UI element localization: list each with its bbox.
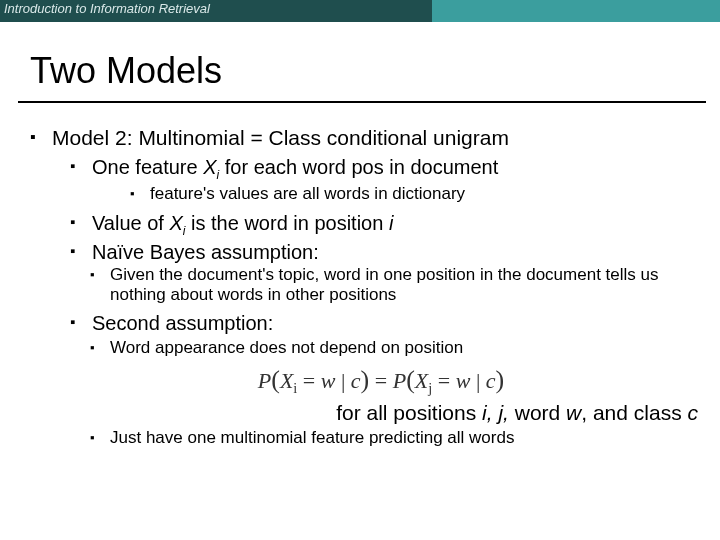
header-title: Introduction to Information Retrieval [4, 1, 210, 16]
eq-X1: X [280, 368, 293, 393]
eq-eqsign: = [369, 368, 392, 393]
bullet-l1-model2: Model 2: Multinomial = Class conditional… [30, 125, 710, 448]
forall-line: for all positions i, j, word w, and clas… [52, 400, 710, 426]
eq-lp2: ( [406, 365, 415, 394]
forall-mid: word [509, 401, 566, 424]
b2a-post: for each word pos in document [219, 156, 498, 178]
forall-ij: i, j, [482, 401, 509, 424]
eq-w1: w [321, 368, 336, 393]
slide-title: Two Models [30, 50, 720, 95]
bullet-l2-second: Second assumption: [52, 311, 710, 335]
eq-c1: c [351, 368, 361, 393]
forall-pre: for all positions [336, 401, 482, 424]
b2a-var: X [203, 156, 216, 178]
header-bar: Introduction to Information Retrieval [0, 0, 720, 22]
b2b-pre: Value of [92, 212, 169, 234]
bullet-l3-position: Word appearance does not depend on posit… [52, 338, 710, 358]
eq-lp1: ( [271, 365, 280, 394]
bullet-l1-model2-text: Model 2: Multinomial = Class conditional… [52, 126, 509, 149]
bullet-l2-feature: One feature Xi for each word pos in docu… [52, 155, 710, 205]
eq-eqw1: = [297, 368, 320, 393]
header-right-bg [432, 0, 720, 22]
b2a-pre: One feature [92, 156, 203, 178]
eq-bar1: | [335, 368, 350, 393]
eq-eqw2: = [432, 368, 455, 393]
content: Model 2: Multinomial = Class conditional… [30, 125, 710, 448]
b2b-pos: i [389, 212, 393, 234]
eq-w2: w [456, 368, 471, 393]
bullet-l3-just-one: Just have one multinomial feature predic… [52, 428, 710, 448]
b2b-var: X [169, 212, 182, 234]
equation: P(Xi = w | c) = P(Xj = w | c) [52, 364, 710, 398]
eq-X2: X [415, 368, 428, 393]
b2b-mid: is the word in position [185, 212, 388, 234]
eq-P1: P [258, 368, 271, 393]
bullet-l3-dictvalues: feature's values are all words in dictio… [92, 184, 710, 204]
bullet-l3-nb-detail: Given the document's topic, word in one … [52, 265, 710, 306]
eq-P2: P [393, 368, 406, 393]
eq-c2: c [486, 368, 496, 393]
eq-rp1: ) [361, 365, 370, 394]
bullet-l2-value: Value of Xi is the word in position i [52, 211, 710, 239]
eq-rp2: ) [496, 365, 505, 394]
bullet-l2-nb: Naïve Bayes assumption: [52, 240, 710, 264]
forall-mid2: , and class [581, 401, 687, 424]
eq-bar2: | [470, 368, 485, 393]
forall-c: c [688, 401, 699, 424]
forall-w: w [566, 401, 581, 424]
title-underline [18, 101, 706, 103]
